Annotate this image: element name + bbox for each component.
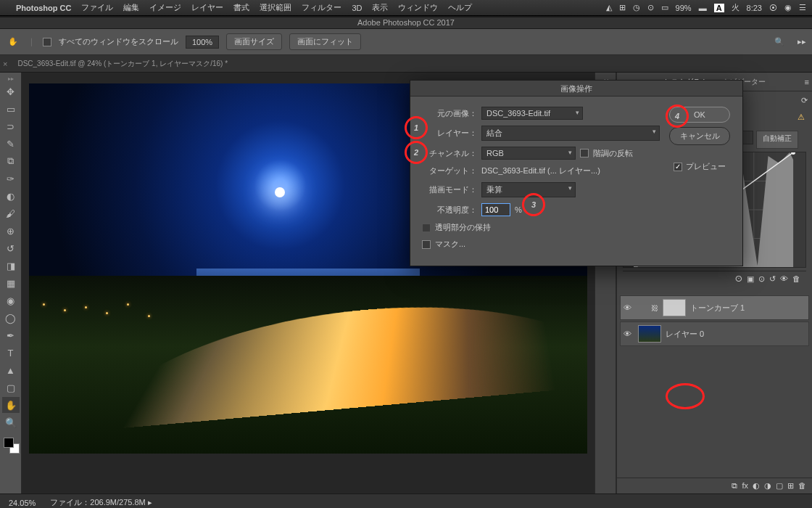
refresh-icon[interactable]: ⟳ [801,96,808,105]
menu-type[interactable]: 書式 [233,2,249,13]
gradient-tool-icon[interactable]: ▦ [2,275,20,291]
heal-tool-icon[interactable]: ◐ [2,188,20,204]
zoom-value[interactable]: 100% [186,36,219,49]
layer-row-bg[interactable]: 👁 レイヤー 0 [620,321,809,346]
type-tool-icon[interactable]: T [2,345,20,361]
battery-percent[interactable]: 99% [676,4,692,12]
reset-icon[interactable]: ↺ [769,274,776,284]
clip-icon[interactable]: ⵙ [735,274,742,284]
layer-thumb[interactable] [663,299,686,316]
link-layers-icon[interactable]: ⧉ [732,481,737,491]
display-icon[interactable]: ▭ [661,3,668,12]
menu-3d[interactable]: 3D [352,4,362,12]
mask-checkbox[interactable] [422,240,431,249]
cancel-button[interactable]: キャンセル [669,127,730,145]
blur-tool-icon[interactable]: ◉ [2,292,20,308]
document-tab[interactable]: DSC_3693-Edit.tif @ 24% (トーンカーブ 1, レイヤーマ… [10,56,235,72]
menu-edit[interactable]: 編集 [123,2,139,13]
prev-state-icon[interactable]: ⊙ [758,274,765,284]
stamp-tool-icon[interactable]: ⊕ [2,223,20,239]
battery-icon[interactable]: ▬ [699,4,707,12]
invert-label: 階調の反転 [593,148,633,159]
adjustment-icon[interactable]: ◑ [764,481,771,491]
layer-name[interactable]: トーンカーブ 1 [690,303,745,314]
hand-tool-icon[interactable]: ✋ [6,35,20,49]
siri-icon[interactable]: ◉ [784,3,792,12]
menu-view[interactable]: 表示 [372,2,388,13]
menu-select[interactable]: 選択範囲 [260,2,291,13]
menu-window[interactable]: ウィンドウ [398,2,438,13]
eyedropper-tool-icon[interactable]: ✑ [2,171,20,187]
mask-icon[interactable]: ◐ [753,481,760,491]
visibility-toggle-icon[interactable]: 👁 [624,303,634,312]
menu-filter[interactable]: フィルター [302,2,341,13]
menu-help[interactable]: ヘルプ [448,2,472,13]
layers-panel: 👁 ⛓ トーンカーブ 1 👁 レイヤー 0 [617,292,812,478]
zoom-tool-icon[interactable]: 🔍 [2,414,20,430]
tab-close-icon[interactable]: × [3,60,7,68]
hand-tool-icon[interactable]: ✋ [2,397,20,413]
scroll-all-checkbox[interactable] [43,38,51,46]
window-controls [0,16,812,29]
zoom-button[interactable] [32,19,40,27]
quick-select-tool-icon[interactable]: ✎ [2,136,20,152]
channel-select[interactable]: RGB [481,147,576,160]
fit-page-button[interactable]: 画面にフィット [289,33,361,50]
auto-button[interactable]: 自動補正 [756,131,798,149]
link-icon[interactable]: ⛓ [651,304,658,312]
path-select-tool-icon[interactable]: ▲ [2,362,20,378]
source-select[interactable]: DSC_3693-Edit.tif [481,107,583,120]
panel-menu-icon[interactable]: ≡ [805,78,809,86]
wifi-icon[interactable]: ⊙ [647,3,654,12]
layer-row-curves[interactable]: 👁 ⛓ トーンカーブ 1 [620,295,809,320]
panel-collapse-icon[interactable]: ▸▸ [798,37,806,46]
dialog-title: 画像操作 [410,81,742,97]
clock-icon[interactable]: ◷ [633,3,640,12]
channel-label: チャンネル： [422,148,477,159]
annotation-3: 3 [522,193,545,216]
shape-tool-icon[interactable]: ▢ [2,380,20,396]
scroll-all-label: すべてのウィンドウをスクロール [59,36,178,47]
invert-checkbox[interactable] [580,149,589,157]
panel-icon[interactable]: ⊞ [619,3,626,12]
clock-time[interactable]: 8:23 [747,4,762,12]
menu-image[interactable]: イメージ [149,2,181,13]
marquee-tool-icon[interactable]: ▭ [2,101,20,117]
history-brush-tool-icon[interactable]: ↺ [2,240,20,256]
eraser-tool-icon[interactable]: ◨ [2,258,20,274]
color-swatches[interactable] [2,436,20,454]
pen-tool-icon[interactable]: ✒ [2,327,20,343]
menu-layer[interactable]: レイヤー [191,2,223,13]
layer-name[interactable]: レイヤー 0 [666,329,704,340]
notification-center-icon[interactable]: ☰ [799,3,806,12]
spotlight-icon[interactable]: ⦿ [769,4,777,12]
app-name[interactable]: Photoshop CC [16,4,71,12]
trash-icon[interactable]: 🗑 [792,274,800,284]
move-tool-icon[interactable]: ✥ [2,83,20,99]
opacity-input[interactable] [481,203,510,216]
clock-day[interactable]: 火 [732,2,740,13]
status-zoom[interactable]: 24.05% [9,499,36,507]
fx-icon[interactable]: fx [742,481,748,491]
visibility-toggle-icon[interactable]: 👁 [624,329,634,338]
layer-thumb[interactable] [638,325,661,343]
fit-screen-button[interactable]: 画面サイズ [226,33,282,50]
menu-file[interactable]: ファイル [81,2,113,13]
cc-sync-icon[interactable]: ◭ [606,3,612,12]
close-button[interactable] [6,19,14,27]
layer-select[interactable]: 結合 [481,126,660,141]
group-icon[interactable]: ▢ [776,481,783,491]
preview-checkbox[interactable] [674,163,682,171]
delete-layer-icon[interactable]: 🗑 [798,481,806,491]
crop-tool-icon[interactable]: ⧉ [2,153,20,169]
dodge-tool-icon[interactable]: ◯ [2,310,20,326]
visibility-icon[interactable]: 👁 [780,274,788,284]
input-source[interactable]: A [714,4,724,12]
minimize-button[interactable] [19,19,27,27]
new-layer-icon[interactable]: ⊞ [787,481,794,491]
blend-label: 描画モード： [422,184,477,195]
lasso-tool-icon[interactable]: ⊃ [2,118,20,134]
brush-tool-icon[interactable]: 🖌 [2,205,20,221]
view-icon[interactable]: ▣ [747,274,754,284]
search-icon[interactable]: 🔍 [774,37,784,46]
